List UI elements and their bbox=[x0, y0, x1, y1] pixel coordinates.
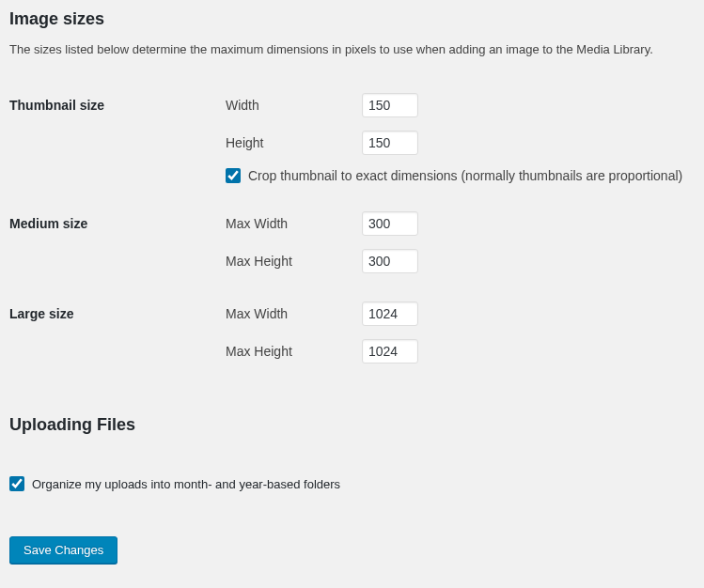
thumbnail-width-label: Width bbox=[226, 98, 362, 113]
image-sizes-description: The sizes listed below determine the max… bbox=[9, 42, 695, 56]
thumbnail-row-label: Thumbnail size bbox=[9, 79, 216, 197]
medium-row: Medium size Max Width Max Height bbox=[9, 197, 695, 287]
medium-max-width-label: Max Width bbox=[226, 216, 362, 231]
organize-uploads-checkbox[interactable] bbox=[9, 476, 24, 491]
large-max-height-label: Max Height bbox=[226, 344, 362, 359]
large-max-width-label: Max Width bbox=[226, 306, 362, 321]
thumbnail-crop-label: Crop thumbnail to exact dimensions (norm… bbox=[248, 168, 682, 183]
image-sizes-table: Thumbnail size Width Height Crop thumbna… bbox=[9, 79, 695, 378]
uploading-files-section: Uploading Files Organize my uploads into… bbox=[9, 415, 695, 491]
large-max-height-input[interactable] bbox=[362, 339, 418, 364]
thumbnail-width-input[interactable] bbox=[362, 93, 418, 117]
thumbnail-height-label: Height bbox=[226, 135, 362, 150]
save-changes-button[interactable]: Save Changes bbox=[9, 536, 117, 564]
organize-uploads-label: Organize my uploads into month- and year… bbox=[32, 477, 340, 491]
thumbnail-row: Thumbnail size Width Height Crop thumbna… bbox=[9, 79, 695, 197]
thumbnail-crop-checkbox[interactable] bbox=[226, 168, 241, 183]
uploading-files-heading: Uploading Files bbox=[9, 415, 695, 435]
medium-max-height-label: Max Height bbox=[226, 254, 362, 269]
medium-max-width-input[interactable] bbox=[362, 211, 418, 236]
thumbnail-height-input[interactable] bbox=[362, 131, 418, 155]
image-sizes-heading: Image sizes bbox=[9, 9, 695, 29]
media-settings-form: Image sizes The sizes listed below deter… bbox=[9, 9, 695, 564]
medium-row-label: Medium size bbox=[9, 197, 216, 287]
large-row: Large size Max Width Max Height bbox=[9, 287, 695, 378]
medium-max-height-input[interactable] bbox=[362, 249, 418, 273]
large-row-label: Large size bbox=[9, 287, 216, 378]
large-max-width-input[interactable] bbox=[362, 302, 418, 326]
